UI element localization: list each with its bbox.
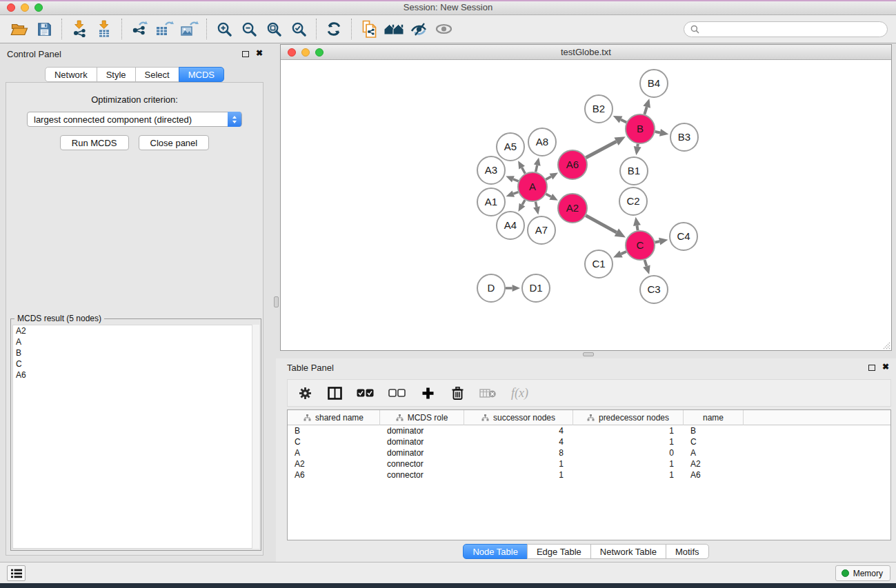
table-cell[interactable]: 1 [573, 436, 684, 447]
graph-edge[interactable] [586, 141, 616, 157]
deselect-all-columns-icon[interactable] [388, 384, 406, 402]
mcds-result-item[interactable]: B [13, 347, 259, 358]
mcds-result-item[interactable]: A [13, 336, 259, 347]
table-cell[interactable]: A6 [288, 469, 380, 480]
table-cell[interactable]: 1 [464, 458, 573, 469]
table-cell[interactable]: dominator [380, 447, 464, 458]
table-row[interactable]: A6connector11A6 [288, 469, 890, 480]
export-table-icon[interactable] [152, 18, 177, 40]
delete-column-icon[interactable] [450, 384, 465, 402]
table-cell[interactable]: C [288, 436, 380, 447]
tab-edge-table[interactable]: Edge Table [527, 544, 591, 559]
zoom-out-icon[interactable] [237, 18, 261, 40]
table-cell[interactable]: 8 [464, 447, 573, 458]
network-canvas[interactable]: AA1A2A3A4A5A6A7A8BB1B2B3B4CC1C2C3C4DD1 [281, 60, 891, 350]
table-row[interactable]: Bdominator41B [288, 425, 890, 436]
network-close-button[interactable] [288, 48, 296, 57]
graph-edge[interactable] [637, 225, 637, 230]
table-cell[interactable]: dominator [380, 425, 464, 436]
table-cell[interactable]: A2 [288, 458, 380, 469]
zoom-selected-icon[interactable] [286, 18, 311, 40]
graph-edge[interactable] [586, 216, 617, 233]
table-cell[interactable]: 4 [464, 425, 573, 436]
mcds-result-scrollbar[interactable] [252, 325, 259, 549]
table-cell[interactable]: 1 [573, 469, 684, 480]
mcds-result-item[interactable]: A2 [13, 325, 259, 336]
tab-node-table[interactable]: Node Table [463, 544, 528, 559]
tab-motifs[interactable]: Motifs [666, 544, 709, 559]
column-header-shared-name[interactable]: shared name [288, 410, 380, 425]
import-network-icon[interactable] [67, 18, 92, 40]
column-header-name[interactable]: name [684, 410, 744, 425]
table-cell[interactable]: connector [380, 469, 464, 480]
memory-button[interactable]: Memory [835, 565, 890, 581]
graph-edge[interactable] [655, 132, 660, 132]
table-row[interactable]: A2connector11A2 [288, 458, 890, 469]
table-cell[interactable]: dominator [380, 436, 464, 447]
graph-edge[interactable] [644, 107, 646, 114]
graph-edge[interactable] [621, 252, 626, 254]
copy-network-document-icon[interactable] [357, 18, 381, 40]
run-mcds-button[interactable]: Run MCDS [60, 135, 129, 150]
table-row[interactable]: Cdominator41C [288, 436, 890, 447]
dropdown-stepper-icon[interactable] [228, 112, 241, 127]
export-image-icon[interactable] [177, 18, 201, 40]
graph-edge[interactable] [522, 200, 525, 205]
graph-edge[interactable] [645, 260, 647, 266]
horizontal-splitter-handle[interactable] [583, 352, 594, 356]
table-cell[interactable]: connector [380, 458, 464, 469]
table-cell[interactable]: A [684, 447, 744, 458]
close-panel-icon[interactable]: ✖ [256, 48, 263, 58]
export-network-icon[interactable] [127, 18, 152, 40]
table-cell[interactable]: 1 [573, 425, 684, 436]
mcds-result-list[interactable]: A2ABCA6 [12, 325, 259, 549]
refresh-icon[interactable] [321, 18, 346, 40]
tab-network[interactable]: Network [45, 67, 97, 82]
table-cell[interactable]: 1 [573, 458, 684, 469]
graph-edge[interactable] [522, 168, 526, 174]
tab-style[interactable]: Style [97, 67, 136, 82]
table-row[interactable]: Adominator80A [288, 447, 890, 458]
two-houses-icon[interactable] [381, 18, 406, 40]
zoom-in-icon[interactable] [212, 18, 237, 40]
graph-edge[interactable] [655, 241, 660, 242]
graph-edge[interactable] [513, 179, 519, 181]
table-cell[interactable]: B [684, 425, 744, 436]
graph-edge[interactable] [546, 194, 550, 196]
window-titlebar[interactable]: Session: New Session [0, 0, 896, 15]
add-column-icon[interactable] [420, 384, 435, 402]
table-cell[interactable]: 1 [464, 469, 573, 480]
graph-edge[interactable] [546, 176, 551, 179]
mcds-result-item[interactable]: C [13, 358, 259, 369]
eye-icon[interactable] [431, 18, 456, 40]
mcds-result-item[interactable]: A6 [13, 369, 259, 381]
zoom-window-button[interactable] [34, 3, 43, 12]
table-cell[interactable]: 4 [464, 436, 573, 447]
table-cell[interactable]: A [288, 447, 380, 458]
zoom-fit-icon[interactable] [261, 18, 286, 40]
tab-network-table[interactable]: Network Table [590, 544, 666, 559]
network-zoom-button[interactable] [315, 48, 323, 57]
search-input[interactable] [704, 24, 881, 34]
column-header-MCDS-role[interactable]: MCDS role [380, 410, 464, 425]
table-cell[interactable]: 0 [573, 447, 684, 458]
tab-mcds[interactable]: MCDS [179, 67, 224, 82]
network-window-titlebar[interactable]: testGlobe.txt [281, 45, 891, 60]
minimize-window-button[interactable] [21, 3, 29, 12]
column-view-icon[interactable] [327, 384, 342, 402]
search-box[interactable] [684, 21, 888, 37]
gear-icon[interactable] [297, 384, 312, 402]
select-all-columns-icon[interactable] [357, 384, 374, 402]
resize-grip-icon[interactable] [881, 340, 890, 349]
graph-edge[interactable] [535, 202, 537, 207]
graph-edge[interactable] [513, 192, 518, 194]
stylized-eye-icon[interactable] [406, 18, 431, 40]
table-cell[interactable]: A6 [684, 469, 744, 480]
graph-edge[interactable] [536, 165, 537, 172]
column-header-predecessor-nodes[interactable]: predecessor nodes [573, 410, 684, 425]
save-floppy-icon[interactable] [32, 18, 57, 40]
close-table-panel-icon[interactable]: ✖ [882, 362, 889, 372]
close-panel-button[interactable]: Close panel [139, 135, 210, 150]
graph-edge[interactable] [637, 144, 638, 147]
tab-select[interactable]: Select [135, 67, 179, 82]
